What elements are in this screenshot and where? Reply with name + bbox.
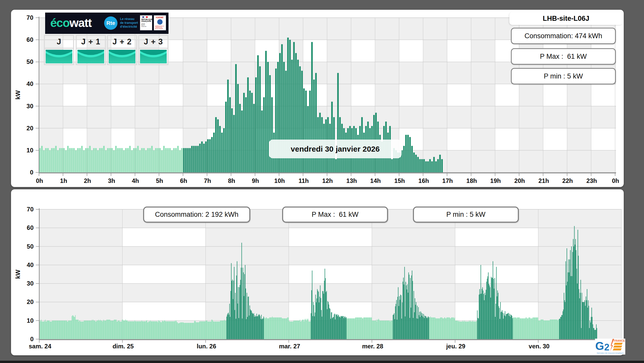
svg-text:13h: 13h — [346, 177, 357, 184]
svg-text:dim. 25: dim. 25 — [113, 343, 134, 350]
svg-text:22h: 22h — [562, 177, 573, 184]
svg-text:60: 60 — [26, 36, 33, 43]
svg-text:40: 40 — [26, 80, 33, 87]
svg-text:11h: 11h — [299, 177, 309, 184]
svg-text:2h: 2h — [84, 177, 91, 184]
svg-text:10h: 10h — [274, 177, 285, 184]
svg-text:21h: 21h — [538, 177, 549, 184]
svg-text:14h: 14h — [370, 177, 381, 184]
svg-text:mar. 27: mar. 27 — [279, 343, 300, 350]
svg-text:8h: 8h — [228, 177, 235, 184]
svg-text:50: 50 — [27, 243, 34, 250]
svg-text:mer. 28: mer. 28 — [362, 343, 383, 350]
svg-text:0h: 0h — [36, 177, 43, 184]
svg-text:17h: 17h — [442, 177, 453, 184]
svg-text:20h: 20h — [514, 177, 525, 184]
svg-text:3h: 3h — [108, 177, 115, 184]
svg-text:9h: 9h — [252, 177, 259, 184]
svg-text:7h: 7h — [204, 177, 211, 184]
svg-text:0: 0 — [30, 169, 33, 176]
svg-text:15h: 15h — [394, 177, 405, 184]
svg-text:kW: kW — [14, 90, 21, 100]
svg-text:50: 50 — [26, 58, 33, 65]
svg-text:kW: kW — [14, 270, 21, 279]
svg-text:G: G — [595, 340, 604, 352]
svg-text:jeu. 29: jeu. 29 — [446, 343, 465, 350]
svg-text:0: 0 — [30, 336, 34, 342]
svg-text:FRANCE: FRANCE — [614, 339, 625, 342]
svg-text:19h: 19h — [490, 177, 501, 184]
svg-text:5h: 5h — [156, 177, 163, 184]
svg-text:70: 70 — [27, 206, 34, 213]
svg-text:12h: 12h — [322, 177, 333, 184]
svg-text:10: 10 — [26, 147, 33, 154]
svg-text:ven. 30: ven. 30 — [529, 343, 549, 350]
svg-text:10: 10 — [27, 317, 34, 324]
svg-text:20: 20 — [27, 298, 34, 305]
svg-text:70: 70 — [26, 14, 33, 21]
svg-text:Optimisation des ressources én: Optimisation des ressources énergétiques — [597, 352, 624, 354]
svg-text:lun. 26: lun. 26 — [197, 343, 216, 350]
svg-text:30: 30 — [27, 280, 34, 287]
svg-text:2: 2 — [604, 342, 609, 352]
svg-text:1h: 1h — [60, 177, 67, 184]
svg-text:sam. 24: sam. 24 — [29, 343, 52, 350]
svg-text:16h: 16h — [418, 177, 429, 184]
svg-text:6h: 6h — [180, 177, 187, 184]
svg-text:4h: 4h — [132, 177, 139, 184]
svg-text:0h: 0h — [612, 177, 619, 184]
svg-text:18h: 18h — [466, 177, 477, 184]
svg-text:23h: 23h — [586, 177, 597, 184]
svg-text:30: 30 — [26, 103, 33, 110]
svg-text:20: 20 — [26, 125, 33, 132]
svg-text:40: 40 — [27, 261, 34, 268]
svg-text:60: 60 — [27, 224, 34, 231]
